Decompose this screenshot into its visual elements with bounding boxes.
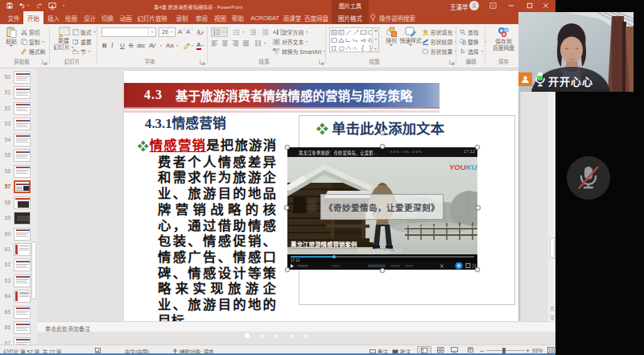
resize-handle-bottom-center[interactable] — [380, 268, 385, 273]
zoom-percentage[interactable]: 93% — [532, 348, 543, 353]
text-direction-button[interactable]: A 文字方向 — [273, 28, 308, 36]
webcam-video-overlay[interactable]: 开开心心 — [518, 12, 634, 92]
account-avatar[interactable] — [469, 1, 479, 10]
tab-1[interactable]: 开始 — [23, 11, 43, 24]
tab-14[interactable]: 百度网盘 — [304, 11, 328, 24]
thumbnail-slide-57[interactable]: 57 — [0, 180, 31, 195]
cut-button[interactable]: 剪切 — [21, 28, 40, 36]
rotate-handle[interactable] — [380, 130, 385, 135]
tab-0[interactable]: 文件 — [3, 11, 24, 24]
tab-5[interactable]: 切换 — [97, 11, 118, 24]
share-toolbar-dot-3[interactable] — [275, 334, 279, 338]
font-name-combo[interactable] — [101, 27, 156, 37]
thumbnail-slide-62[interactable]: 62 — [0, 258, 31, 273]
numbering-button[interactable] — [233, 29, 245, 35]
fullscreen-icon[interactable] — [466, 264, 470, 268]
thumbnail-slide-60[interactable]: 60 — [0, 227, 31, 242]
fit-to-window-button[interactable] — [547, 347, 555, 353]
highlight-color-icon[interactable] — [183, 43, 191, 50]
increase-font-size-button[interactable]: Aˆ — [178, 28, 182, 36]
share-toolbar-dot-2[interactable] — [260, 334, 264, 338]
notes-pane[interactable]: 单击此处添加备注 — [37, 321, 555, 332]
change-case-button[interactable]: Aa — [166, 42, 175, 50]
next-slide-button[interactable] — [548, 313, 555, 321]
resize-handle-mid-left[interactable] — [284, 205, 289, 210]
share-toolbar-dot-5[interactable] — [304, 334, 308, 338]
reset-button[interactable]: 重置 — [72, 38, 92, 46]
shape-outline-button[interactable]: 形状轮廓 — [422, 38, 457, 46]
select-button[interactable]: 选择 — [460, 47, 484, 56]
bullets-button[interactable] — [211, 27, 228, 37]
convert-to-smartart-button[interactable]: 转换为 SmartArt — [273, 47, 326, 56]
edit-icon[interactable] — [440, 265, 444, 268]
thumbnail-slide-65[interactable]: 65 — [0, 305, 31, 320]
previous-slide-button[interactable] — [548, 304, 555, 312]
close-button[interactable] — [539, 0, 552, 11]
font-dialog-launcher[interactable] — [200, 60, 206, 66]
format-painter-button[interactable]: 格式刷 — [21, 47, 45, 56]
layout-button[interactable]: 版式 — [72, 28, 97, 36]
resize-handle-top-left[interactable] — [285, 145, 290, 150]
italic-button[interactable]: I — [111, 42, 120, 50]
decrease-font-size-button[interactable]: Aˇ — [186, 28, 190, 36]
paste-button[interactable]: 粘贴 — [3, 27, 19, 47]
tab-11[interactable]: 帮助 — [229, 11, 247, 24]
tab-7[interactable]: 幻灯片放映 — [134, 11, 171, 24]
resize-handle-bottom-right[interactable] — [475, 267, 480, 272]
tell-me-search[interactable]: 操作说明搜索 — [370, 11, 415, 24]
tab-10[interactable]: 视图 — [210, 11, 230, 24]
thumbnail-slide-52[interactable]: 52 — [0, 101, 31, 117]
thumbnail-slide-50[interactable]: 50 — [0, 70, 31, 85]
start-slideshow-icon[interactable] — [48, 2, 56, 10]
underline-button[interactable]: U — [120, 42, 129, 50]
account-user-name[interactable]: 王清华 — [450, 2, 469, 11]
thumbnail-slide-64[interactable]: 64 — [0, 289, 31, 304]
resize-handle-bottom-left[interactable] — [285, 267, 290, 272]
customize-quick-access-dropdown[interactable] — [62, 5, 64, 6]
shapes-gallery-scroll[interactable]: ▾ — [372, 28, 378, 52]
thumbnail-slide-58[interactable]: 58 — [0, 196, 31, 211]
thumbnail-slide-56[interactable]: 56 — [0, 164, 31, 180]
new-slide-button[interactable]: 新建 幻灯片 — [53, 27, 74, 50]
tab-3[interactable]: 绘图 — [61, 11, 81, 24]
font-size-combo[interactable]: 28 — [159, 27, 175, 37]
redo-icon[interactable] — [35, 2, 43, 9]
undo-icon[interactable] — [19, 2, 30, 9]
character-spacing-button[interactable]: AV — [149, 42, 159, 50]
drawing-dialog-launcher[interactable] — [449, 60, 456, 66]
shape-effects-button[interactable]: 形状效果 — [422, 47, 457, 56]
copy-button[interactable]: 复制 — [21, 38, 45, 46]
thumbnail-slide-66[interactable]: 66 — [0, 320, 31, 336]
thumbnail-panel-scrollbar[interactable] — [31, 68, 37, 345]
text-shadow-button[interactable]: abc — [137, 42, 149, 50]
paragraph-dialog-launcher[interactable] — [319, 60, 325, 66]
minimize-button[interactable] — [505, 0, 518, 11]
restore-button[interactable] — [523, 0, 536, 11]
video-progress-bar[interactable] — [291, 256, 474, 258]
slideshow-view-button[interactable] — [467, 347, 474, 353]
increase-indent-icon[interactable] — [262, 29, 269, 35]
slide-57[interactable]: 4.3 基于旅游消费者情绪情感的营销与服务策略 4.3.1情感营销 ❖情感营销是… — [124, 71, 518, 321]
align-right-icon[interactable] — [232, 40, 239, 47]
clipboard-dialog-launcher[interactable] — [42, 60, 48, 66]
decrease-indent-icon[interactable] — [250, 29, 257, 35]
tab-13[interactable]: 雨课堂 — [280, 11, 304, 24]
font-color-button[interactable]: A — [196, 42, 201, 50]
thumbnail-slide-53[interactable]: 53 — [0, 117, 31, 132]
strikethrough-button[interactable]: S — [129, 42, 137, 50]
replace-button[interactable]: 替换 — [460, 38, 487, 46]
share-toolbar-dot-4[interactable] — [290, 334, 294, 338]
thumbnail-slide-54[interactable]: 54 — [0, 133, 31, 148]
align-center-icon[interactable] — [221, 40, 229, 47]
thumbnail-slide-63[interactable]: 63 — [0, 274, 31, 289]
section-button[interactable]: 节 — [72, 47, 91, 56]
resize-handle-top-center[interactable] — [380, 144, 385, 149]
editor-vertical-scrollbar[interactable] — [548, 68, 555, 321]
columns-button[interactable] — [254, 40, 266, 47]
tab-9[interactable]: 审阅 — [192, 11, 212, 24]
slide-body-text[interactable]: ❖情感营销是把旅游消费者个人情感差异和需求作为旅游企业、旅游目的地品牌营销战略的… — [138, 138, 276, 321]
ribbon-display-options-button[interactable] — [486, 0, 499, 11]
scrollbar-thumb[interactable] — [550, 237, 555, 258]
embedded-video-player[interactable]: 黑龙江冬季旅游：奇妙爱情岛，让爱更... ▫16% ▫1% ▫16% 17:12 — [287, 147, 477, 270]
slide-sorter-view-button[interactable] — [437, 347, 444, 353]
